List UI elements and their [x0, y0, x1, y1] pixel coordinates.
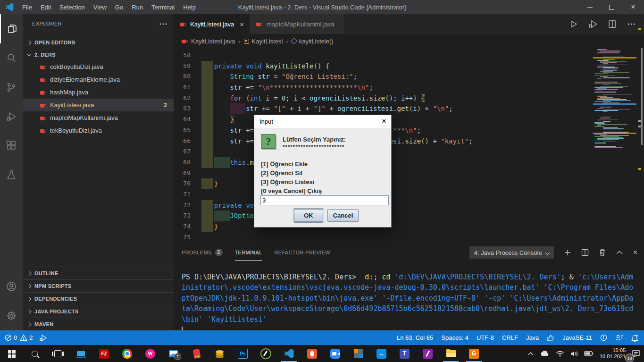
photoshop-icon[interactable]: Ps — [231, 345, 254, 362]
purple-pen-app-icon[interactable] — [416, 345, 439, 362]
search-icon[interactable] — [0, 43, 23, 73]
start-button[interactable] — [0, 345, 23, 362]
vmware-icon[interactable] — [347, 345, 370, 362]
teamviewer-icon[interactable]: ↔ — [370, 345, 393, 362]
tab-KayitListesi.java[interactable]: KayitListesi.java× — [174, 14, 250, 34]
editor-scrollbar[interactable] — [641, 48, 643, 145]
tab-mapIciMapKullanimi.java[interactable]: mapIciMapKullanimi.java — [250, 14, 344, 34]
close-button[interactable]: × — [622, 0, 644, 14]
language-status[interactable]: Java — [526, 334, 539, 341]
notifications-bell-icon[interactable] — [631, 334, 638, 342]
menu-terminal[interactable]: Terminal — [147, 4, 179, 11]
file-explorer-icon[interactable] — [439, 345, 462, 362]
feedback-icon[interactable] — [615, 334, 623, 341]
graphics-app-icon[interactable] — [185, 345, 208, 362]
panel-tab-refactor-preview[interactable]: REFACTOR PREVIEW — [275, 244, 330, 261]
teams-icon[interactable]: T — [393, 345, 416, 362]
dialog-close-icon[interactable]: × — [382, 117, 386, 126]
tray-chevron-icon[interactable] — [527, 352, 534, 356]
panel-tab-problems[interactable]: PROBLEMS2 — [182, 244, 223, 261]
split-editor-button[interactable] — [608, 20, 617, 28]
file-item[interactable]: diziyeElemanEkleme.java — [23, 73, 174, 86]
cursor-position-status[interactable]: Ln 63, Col 65 — [397, 334, 433, 341]
run-debug-icon[interactable] — [0, 102, 23, 131]
encoding-status[interactable]: UTF-8 — [477, 334, 494, 341]
account-icon[interactable] — [0, 272, 23, 301]
tab-close-icon[interactable]: × — [240, 20, 244, 28]
onedrive-cloud-icon[interactable] — [540, 351, 550, 356]
explorer-more-actions-icon[interactable] — [159, 20, 167, 27]
folder-section[interactable]: 2. DERS — [23, 49, 174, 60]
chrome-icon[interactable] — [116, 345, 139, 362]
battery-icon[interactable] — [584, 351, 594, 356]
sidebar-section-java-projects[interactable]: JAVA PROJECTS — [23, 305, 174, 318]
explorer-icon[interactable] — [0, 14, 24, 43]
task-view-button[interactable] — [46, 345, 69, 362]
menu-run[interactable]: Run — [127, 4, 147, 11]
ok-button[interactable]: OK — [294, 209, 323, 222]
terminal-selector[interactable]: 4: Java Process Console — [469, 246, 554, 259]
more-actions-icon[interactable] — [627, 23, 636, 25]
sidebar-section-outline[interactable]: OUTLINE — [23, 267, 174, 279]
sidebar-section-npm-scripts[interactable]: NPM SCRIPTS — [23, 279, 174, 292]
vscode-icon[interactable] — [277, 345, 301, 362]
menu-edit[interactable]: Edit — [36, 4, 55, 11]
extensions-icon[interactable] — [0, 131, 23, 160]
terminal-output[interactable]: PS D:\DEV\JAVA\PROJECTS\BIREYSEL\2. Ders… — [182, 272, 642, 337]
thumbs-up-icon[interactable] — [547, 334, 554, 342]
file-item[interactable]: cokBoyutluDizi.java — [23, 60, 174, 73]
taskbar-search-button[interactable] — [23, 345, 46, 362]
file-item[interactable]: hashMap.java — [23, 86, 174, 99]
dialog-input-field[interactable] — [260, 195, 389, 205]
file-item[interactable]: mapIciMapKullanimi.java — [23, 111, 174, 124]
wampserver-icon[interactable]: W — [139, 345, 162, 362]
testing-icon[interactable] — [0, 160, 23, 190]
minimap[interactable] — [593, 48, 638, 244]
settings-gear-icon[interactable] — [0, 301, 23, 330]
code-editor[interactable]: 5859 private void kayitListele() {60 Str… — [174, 48, 644, 244]
laptop-app-icon[interactable] — [69, 345, 92, 362]
errors-status[interactable]: 0 — [5, 334, 17, 341]
volume-icon[interactable] — [570, 351, 578, 357]
java-runtime-status[interactable]: JavaSE-11 — [562, 334, 592, 341]
debug-status-icon[interactable] — [39, 334, 48, 342]
file-item[interactable]: tekBoyutluDizi.java — [23, 124, 174, 137]
taskbar-clock[interactable]: 15:05 10.01.2021 — [600, 347, 626, 360]
warnings-status[interactable]: 2 — [20, 334, 33, 341]
debug-run-button[interactable] — [588, 20, 598, 28]
pdf-app-icon[interactable]: G — [462, 345, 485, 362]
breadcrumb-item[interactable]: kayitListele() — [299, 38, 334, 45]
breadcrumb[interactable]: KayitListesi.java›KayitListesi›kayitList… — [174, 34, 644, 48]
menu-help[interactable]: Help — [179, 4, 200, 11]
file-item[interactable]: KayitListesi.java2 — [23, 99, 174, 111]
minimize-button[interactable] — [579, 0, 601, 14]
maximize-panel-icon[interactable] — [616, 250, 623, 255]
menu-file[interactable]: File — [18, 4, 36, 11]
action-center-button[interactable]: 18 — [632, 350, 640, 357]
split-terminal-icon[interactable] — [581, 249, 589, 256]
run-button[interactable] — [569, 20, 578, 28]
menu-go[interactable]: Go — [111, 4, 127, 11]
menu-selection[interactable]: Selection — [55, 4, 89, 11]
eol-status[interactable]: CRLF — [502, 334, 518, 341]
kill-terminal-trash-icon[interactable] — [599, 249, 606, 256]
source-control-icon[interactable] — [0, 73, 23, 102]
menu-view[interactable]: View — [89, 4, 111, 11]
info-icon[interactable] — [600, 334, 607, 341]
indentation-status[interactable]: Spaces: 4 — [441, 334, 468, 341]
wifi-icon[interactable] — [556, 351, 564, 357]
new-terminal-icon[interactable] — [564, 249, 571, 256]
mail-icon[interactable]: 7 — [162, 345, 185, 362]
epic-pen-icon[interactable] — [254, 345, 277, 362]
open-editors-section[interactable]: OPEN EDITORS — [23, 37, 174, 48]
filezilla-icon[interactable]: FZ — [92, 345, 116, 362]
close-panel-icon[interactable]: × — [633, 248, 637, 257]
breadcrumb-item[interactable]: KayitListesi.java — [191, 38, 235, 45]
sidebar-section-dependencies[interactable]: DEPENDENCIES — [23, 292, 174, 305]
breadcrumb-item[interactable]: KayitListesi — [252, 38, 283, 45]
restore-button[interactable] — [601, 0, 622, 14]
cancel-button[interactable]: Cancel — [327, 209, 359, 222]
capture-app-icon[interactable] — [301, 345, 324, 362]
zoom-icon[interactable] — [324, 345, 347, 362]
panel-tab-terminal[interactable]: TERMINAL — [235, 244, 262, 261]
